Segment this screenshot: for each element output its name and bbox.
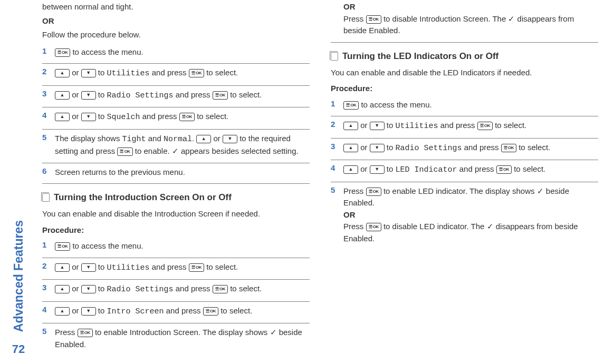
- down-arrow-icon: [370, 144, 385, 152]
- ok-button-icon: [55, 48, 70, 57]
- menu-name: Radio Settings: [107, 91, 174, 100]
- step-text: OR Press to disable Introduction Screen.…: [343, 1, 598, 37]
- up-arrow-icon: [55, 91, 70, 100]
- ok-button-icon: [78, 329, 93, 337]
- menu-name: Utilities: [396, 122, 438, 131]
- intro-text: between normal and tight.: [42, 1, 310, 13]
- procedure-label: Procedure:: [42, 224, 310, 237]
- down-arrow-icon: [81, 285, 96, 293]
- text: or: [70, 306, 81, 315]
- up-arrow-icon: [55, 307, 70, 316]
- page-content: between normal and tight. OR Follow the …: [42, 0, 598, 356]
- page-number: 72: [12, 342, 25, 356]
- text: to select.: [512, 164, 545, 173]
- step-number: 1: [42, 46, 50, 55]
- down-arrow-icon: [223, 135, 237, 143]
- step-number: 4: [331, 163, 338, 172]
- text: to access the menu.: [359, 100, 431, 109]
- menu-name: LED Indicator: [396, 165, 457, 174]
- ok-button-icon: [343, 101, 359, 110]
- step-3: 3 or to Radio Settings and press to sele…: [42, 86, 310, 108]
- up-arrow-icon: [55, 285, 70, 293]
- step-number: 4: [42, 305, 50, 314]
- text: and press: [164, 306, 203, 315]
- step-text: or to Intro Screen and press to select.: [55, 305, 310, 318]
- step-4: 4 or to Squelch and press to select.: [42, 107, 310, 130]
- up-arrow-icon: [55, 69, 70, 77]
- up-arrow-icon: [343, 165, 358, 174]
- step-text: or to Radio Settings and press to select…: [55, 283, 310, 296]
- text: or: [358, 143, 370, 152]
- ok-button-icon: [189, 69, 204, 77]
- step-text: or to Radio Settings and press to select…: [55, 89, 310, 102]
- led-step-5: 5 Press to enable LED indicator. The dis…: [331, 182, 598, 250]
- or-label: OR: [343, 2, 356, 11]
- text: to select.: [228, 90, 262, 99]
- down-arrow-icon: [370, 122, 385, 130]
- led-step-2: 2 or to Utilities and press to select.: [331, 116, 598, 139]
- sidebar: Advanced Features 72: [8, 0, 29, 364]
- step-text: to access the menu.: [55, 46, 310, 58]
- text: to: [96, 262, 107, 271]
- text: and press: [438, 121, 477, 130]
- text: Press: [343, 186, 366, 195]
- menu-name: Tight: [122, 135, 146, 144]
- menu-name: Utilities: [107, 263, 150, 272]
- text: to: [96, 284, 107, 293]
- led-step-1: 1 to access the menu.: [331, 96, 598, 117]
- step-5: 5 The display shows Tight and Normal. or…: [42, 130, 310, 163]
- ok-button-icon: [213, 91, 228, 100]
- step-number: 5: [42, 327, 50, 336]
- step-text: to access the menu.: [55, 240, 310, 252]
- down-arrow-icon: [81, 307, 96, 316]
- step-text: Press to enable LED indicator. The displ…: [343, 185, 598, 245]
- text: or: [70, 68, 81, 77]
- ok-button-icon: [189, 263, 204, 272]
- text: to select.: [218, 306, 252, 315]
- intro-step-5-continued: OR Press to disable Introduction Screen.…: [331, 1, 598, 43]
- menu-name: Radio Settings: [396, 144, 462, 153]
- step-number: 1: [42, 240, 50, 249]
- text: to: [96, 112, 107, 121]
- text: to select.: [204, 68, 238, 77]
- step-number: 3: [331, 142, 338, 151]
- intro-step-2: 2 or to Utilities and press to select.: [42, 258, 310, 280]
- text: The display shows: [55, 134, 122, 143]
- ok-button-icon: [179, 113, 195, 121]
- step-number: 3: [42, 283, 50, 292]
- down-arrow-icon: [81, 69, 96, 77]
- step-text: Press to enable Introduction Screen. The…: [55, 327, 310, 350]
- step-number: 3: [42, 89, 50, 98]
- text: to enable. ✓ appears besides selected se…: [133, 146, 299, 155]
- menu-name: Intro Screen: [107, 307, 164, 316]
- step-number: 4: [42, 111, 50, 120]
- intro-step-5: 5 Press to enable Introduction Screen. T…: [42, 323, 310, 356]
- down-arrow-icon: [81, 263, 96, 272]
- step-text: Screen returns to the previous menu.: [55, 166, 310, 179]
- ok-button-icon: [477, 122, 493, 130]
- up-arrow-icon: [55, 263, 70, 272]
- text: to access the menu.: [70, 47, 143, 56]
- text: or: [70, 284, 81, 293]
- intro-step-4: 4 or to Intro Screen and press to select…: [42, 302, 310, 324]
- menu-name: Utilities: [107, 69, 150, 78]
- led-step-4: 4 or to LED Indicator and press to selec…: [331, 160, 598, 182]
- step-number: 1: [331, 99, 338, 108]
- text: or: [358, 164, 370, 173]
- step-text: to access the menu.: [343, 99, 598, 111]
- ok-button-icon: [213, 285, 228, 293]
- text: and press: [150, 262, 189, 271]
- step-1: 1 to access the menu.: [42, 43, 310, 64]
- text: Press: [343, 14, 366, 23]
- step-text: The display shows Tight and Normal. or t…: [55, 133, 310, 158]
- up-arrow-icon: [343, 122, 358, 130]
- text: or: [358, 121, 370, 130]
- ok-button-icon: [496, 165, 512, 174]
- ok-button-icon: [117, 147, 132, 156]
- step-6: 6 Screen returns to the previous menu.: [42, 163, 310, 184]
- section-heading: Turning the Introduction Screen On or Of…: [42, 192, 310, 203]
- text: to: [385, 143, 396, 152]
- text: to select.: [228, 284, 262, 293]
- heading-text: Turning the Introduction Screen On or Of…: [54, 192, 232, 203]
- text: or: [70, 112, 81, 121]
